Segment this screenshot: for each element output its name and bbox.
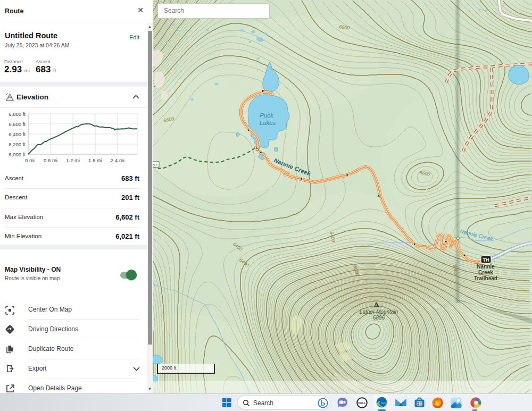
- svg-text:Trailhead: Trailhead: [474, 275, 497, 281]
- svg-text:6,000 ft: 6,000 ft: [9, 152, 26, 157]
- svg-text:57: 57: [153, 163, 157, 167]
- svg-text:Creek: Creek: [478, 270, 493, 275]
- svg-text:TH: TH: [483, 257, 489, 263]
- svg-text:6896: 6896: [373, 315, 385, 321]
- svg-text:Nannie: Nannie: [477, 264, 495, 270]
- svg-text:6,800 ft: 6,800 ft: [9, 111, 26, 117]
- svg-text:6,200 ft: 6,200 ft: [9, 141, 26, 147]
- svg-text:0 mi: 0 mi: [25, 157, 35, 163]
- svg-text:1.2 mi: 1.2 mi: [66, 157, 80, 163]
- svg-text:2.4 mi: 2.4 mi: [111, 157, 124, 163]
- svg-text:6,400 ft: 6,400 ft: [9, 131, 26, 137]
- svg-text:6600: 6600: [452, 264, 459, 275]
- svg-text:DELL: DELL: [358, 401, 366, 405]
- svg-text:Puck: Puck: [260, 112, 274, 119]
- svg-text:0.6 mi: 0.6 mi: [44, 157, 57, 163]
- svg-text:Lakes: Lakes: [260, 120, 276, 126]
- svg-text:6,600 ft: 6,600 ft: [9, 121, 26, 127]
- svg-text:Lather Mountain: Lather Mountain: [360, 309, 398, 315]
- svg-text:1.8 mi: 1.8 mi: [88, 157, 102, 163]
